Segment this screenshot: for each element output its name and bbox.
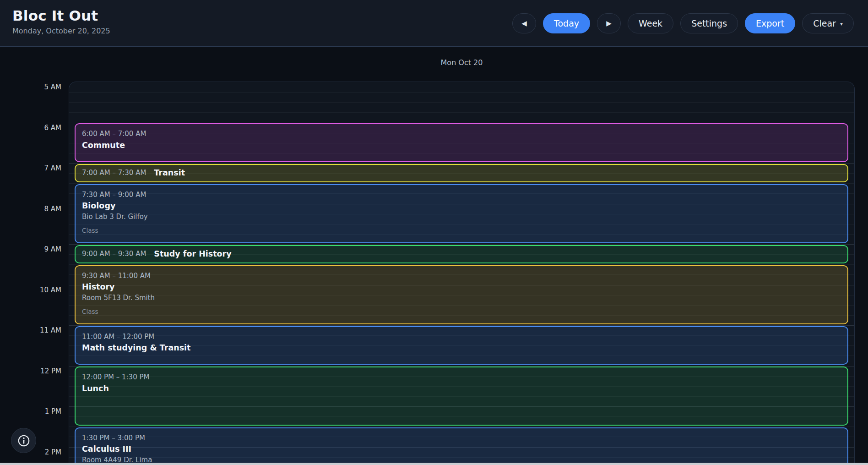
time-label: 9 AM [0,245,61,253]
next-day-button[interactable]: ▶ [597,13,621,33]
app-window: Bloc It Out Monday, October 20, 2025 ◀ T… [0,0,868,465]
quarter-grid-line [69,112,854,113]
info-button[interactable] [11,428,36,453]
export-button[interactable]: Export [745,13,795,33]
event-block[interactable]: 9:30 AM – 11:00 AMHistoryRoom 5F13 Dr. S… [75,265,848,324]
quarter-grid-line [69,92,854,93]
hour-grid-line [69,244,854,245]
app-header: Bloc It Out Monday, October 20, 2025 ◀ T… [0,0,868,47]
event-title: Transit [154,168,185,178]
day-header-label: Mon Oct 20 [69,58,855,67]
event-tag: Class [82,308,841,316]
event-title: Calculus III [82,444,841,454]
hour-grid-line [69,163,854,164]
time-label: 8 AM [0,205,61,213]
event-time: 6:00 AM – 7:00 AM [82,130,841,139]
event-time: 9:00 AM – 9:30 AM [82,250,146,259]
clear-button-label: Clear [813,19,836,28]
time-label: 11 AM [0,326,61,334]
event-block[interactable]: 1:30 PM – 3:00 PMCalculus IIIRoom 4A49 D… [75,427,848,465]
title-block: Bloc It Out Monday, October 20, 2025 [12,7,110,35]
page-subtitle: Monday, October 20, 2025 [12,27,110,35]
time-label: 7 AM [0,164,61,172]
time-label: 5 AM [0,83,61,91]
event-block[interactable]: 12:00 PM – 1:30 PMLunch [75,367,848,426]
event-time: 9:30 AM – 11:00 AM [82,272,841,281]
event-block[interactable]: 9:00 AM – 9:30 AMStudy for History [75,245,848,263]
event-title: Study for History [154,249,231,259]
time-label: 1 PM [0,407,61,416]
week-button[interactable]: Week [628,13,673,33]
quarter-grid-line [69,102,854,103]
event-detail: Room 5F13 Dr. Smith [82,294,841,303]
event-title: Commute [82,140,841,151]
hour-grid-line [69,325,854,326]
time-label: 10 AM [0,286,61,294]
clear-button[interactable]: Clear ▾ [802,13,854,33]
horizontal-scrollbar[interactable] [0,463,868,465]
event-title: Lunch [82,383,841,394]
event-title: History [82,282,841,292]
event-time: 12:00 PM – 1:30 PM [82,373,841,382]
today-button[interactable]: Today [543,13,590,33]
chevron-left-icon: ◀ [521,20,527,27]
event-time: 11:00 AM – 12:00 PM [82,333,841,342]
event-block[interactable]: 7:30 AM – 9:00 AMBiologyBio Lab 3 Dr. Gi… [75,184,848,243]
event-block[interactable]: 6:00 AM – 7:00 AMCommute [75,123,848,162]
event-title: Biology [82,201,841,211]
settings-button[interactable]: Settings [680,13,738,33]
time-label: 12 PM [0,367,61,375]
chevron-right-icon: ▶ [606,20,612,27]
info-icon [17,434,31,448]
event-title: Math studying & Transit [82,343,841,353]
page-title: Bloc It Out [12,7,110,24]
toolbar: ◀ Today ▶ Week Settings Export Clear ▾ [512,0,854,47]
event-time: 1:30 PM – 3:00 PM [82,434,841,443]
event-block[interactable]: 11:00 AM – 12:00 PMMath studying & Trans… [75,326,848,365]
event-time: 7:30 AM – 9:00 AM [82,191,841,200]
prev-day-button[interactable]: ◀ [512,13,536,33]
time-label: 6 AM [0,124,61,132]
event-tag: Class [82,227,841,235]
caret-down-icon: ▾ [840,21,843,27]
event-detail: Bio Lab 3 Dr. Gilfoy [82,213,841,222]
event-block[interactable]: 7:00 AM – 7:30 AMTransit [75,164,848,182]
day-column-grid[interactable]: 6:00 AM – 7:00 AMCommute7:00 AM – 7:30 A… [69,82,855,465]
event-time: 7:00 AM – 7:30 AM [82,169,146,178]
